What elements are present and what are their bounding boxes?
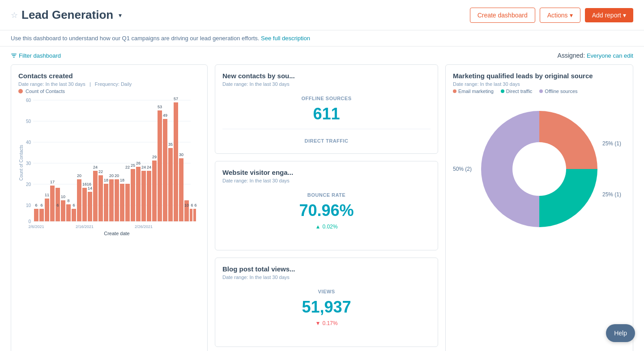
bar-3 [50, 186, 55, 221]
assigned-value[interactable]: Everyone can edit [587, 52, 633, 59]
actions-label: Actions [547, 12, 568, 19]
contacts-created-subtitle: Date range: In the last 30 days | Freque… [18, 81, 200, 87]
website-visitor-card: Website visitor enga... Date range: In t… [215, 161, 438, 250]
contacts-chart: 60 50 40 30 20 10 0 Count of C [18, 96, 200, 231]
offline-sources-value: 611 [222, 105, 431, 123]
pie-label-left: 50% (2) [453, 166, 472, 172]
svg-text:6: 6 [191, 203, 193, 207]
chevron-down-icon[interactable]: ▾ [119, 12, 122, 19]
new-contacts-title: New contacts by sou... [222, 72, 431, 80]
blog-views-change: ▼ 0.17% [222, 320, 431, 326]
see-full-description-link[interactable]: See full description [261, 35, 310, 42]
help-button[interactable]: Help [606, 324, 635, 342]
svg-text:17: 17 [50, 180, 55, 184]
new-contacts-date: Date range: In the last 30 days [222, 81, 431, 87]
bar-22 [152, 161, 157, 221]
direct-traffic-label: DIRECT TRAFFIC [222, 138, 431, 144]
svg-text:20: 20 [109, 173, 114, 178]
bar-14 [109, 179, 114, 221]
contacts-created-title: Contacts created [18, 72, 200, 80]
website-visitor-date: Date range: In the last 30 days [222, 178, 431, 183]
bar-18 [131, 169, 135, 221]
filter-dashboard-link[interactable]: Filter dashboard [11, 52, 61, 59]
pie-chart-container: 50% (2) 25% (1) 25% (1) [453, 97, 626, 241]
svg-text:40: 40 [26, 140, 31, 145]
svg-text:18: 18 [120, 178, 124, 182]
mql-source-date: Date range: In the last 30 days [453, 81, 626, 87]
bar-7 [72, 209, 76, 221]
svg-text:29: 29 [152, 155, 157, 159]
svg-text:2/6/2021: 2/6/2021 [28, 224, 44, 229]
svg-text:22: 22 [98, 169, 103, 174]
svg-text:18: 18 [104, 178, 108, 182]
svg-text:57: 57 [174, 97, 178, 101]
svg-text:14: 14 [88, 186, 92, 190]
svg-text:20: 20 [115, 173, 119, 178]
blog-post-views-title: Blog post total views... [222, 265, 431, 273]
bar-29 [190, 209, 192, 221]
bar-24 [163, 119, 167, 221]
svg-text:20: 20 [77, 173, 81, 178]
svg-text:6: 6 [73, 203, 75, 207]
website-visitor-title: Website visitor enga... [222, 169, 431, 176]
bar-20 [141, 171, 146, 221]
blog-post-views-card: Blog post total views... Date range: In … [215, 258, 438, 347]
actions-button[interactable]: Actions ▾ [540, 8, 580, 23]
offline-dot [539, 89, 543, 93]
svg-text:10: 10 [184, 203, 189, 207]
svg-text:16: 16 [82, 182, 87, 186]
up-arrow-icon: ▲ [316, 224, 321, 230]
bar-1 [39, 209, 44, 221]
page-title: Lead Generation [21, 8, 113, 22]
filter-icon [11, 52, 17, 59]
svg-text:60: 60 [26, 98, 31, 103]
row-1: Contacts created Date range: In the last… [11, 64, 633, 351]
star-icon[interactable]: ☆ [11, 10, 18, 20]
bar-21 [147, 171, 151, 221]
svg-text:10: 10 [61, 195, 65, 199]
bar-5 [61, 200, 65, 221]
header: ☆ Lead Generation ▾ Create dashboard Act… [0, 0, 644, 30]
bar-27 [179, 158, 183, 221]
svg-text:11: 11 [45, 193, 49, 197]
bar-30 [193, 209, 196, 221]
bar-26 [174, 102, 178, 221]
svg-text:6: 6 [194, 203, 196, 207]
bar-25 [168, 148, 173, 221]
add-report-chevron-icon: ▾ [623, 12, 626, 19]
blog-views-label: VIEWS [222, 289, 431, 294]
svg-text:Count of Contacts: Count of Contacts [19, 145, 24, 181]
dashboard: Contacts created Date range: In the last… [0, 64, 644, 351]
svg-text:2/16/2021: 2/16/2021 [76, 224, 94, 229]
assigned-section: Assigned: Everyone can edit [558, 52, 633, 59]
svg-text:24: 24 [93, 165, 98, 169]
header-left: ☆ Lead Generation ▾ [11, 8, 122, 22]
description-text: Use this dashboard to understand how our… [11, 35, 259, 42]
blog-views-value: 51,937 [222, 298, 431, 317]
svg-text:30: 30 [179, 152, 183, 157]
svg-text:26: 26 [136, 161, 141, 165]
svg-text:0: 0 [28, 219, 31, 224]
legend-email: Email marketing [453, 89, 494, 94]
svg-text:2/26/2021: 2/26/2021 [135, 224, 153, 229]
add-report-button[interactable]: Add report ▾ [585, 8, 633, 22]
header-right: Create dashboard Actions ▾ Add report ▾ [470, 8, 633, 23]
svg-text:53: 53 [158, 105, 162, 109]
email-dot [453, 89, 456, 93]
legend-dot [18, 89, 23, 93]
svg-text:25: 25 [131, 163, 135, 168]
svg-text:8: 8 [67, 199, 69, 203]
pie-chart-svg [472, 102, 606, 236]
bar-23 [158, 110, 162, 221]
filter-bar: Filter dashboard Assigned: Everyone can … [0, 47, 644, 64]
create-dashboard-button[interactable]: Create dashboard [470, 8, 535, 23]
bar-0 [34, 209, 38, 221]
legend-offline: Offline sources [539, 89, 577, 94]
bar-9 [82, 188, 87, 221]
pie-label-right-top: 25% (1) [602, 140, 621, 147]
contacts-created-card: Contacts created Date range: In the last… [11, 64, 208, 351]
description-bar: Use this dashboard to understand how our… [0, 30, 644, 47]
bar-12 [98, 175, 103, 221]
middle-column: New contacts by sou... Date range: In th… [215, 64, 438, 351]
svg-text:49: 49 [163, 113, 167, 118]
